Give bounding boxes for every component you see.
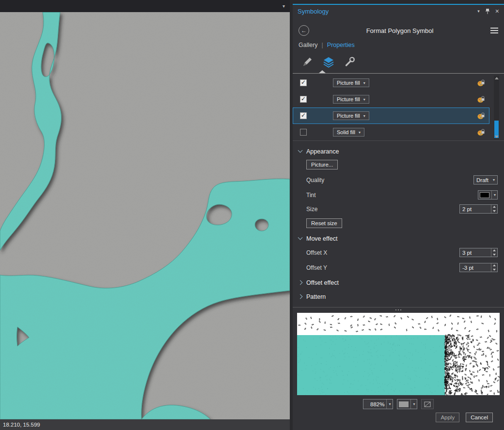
symbol-layer-row[interactable]: Picture fill xyxy=(293,108,489,124)
size-spinner[interactable]: 2 pt xyxy=(459,204,498,214)
chevron-down-icon xyxy=(298,148,303,153)
quality-label: Quality xyxy=(306,177,324,184)
active-tab-caret xyxy=(319,70,326,73)
section-appearance[interactable]: Appearance xyxy=(293,148,504,155)
format-header-row: Format Polygon Symbol xyxy=(293,24,504,37)
tint-color-dropdown[interactable] xyxy=(478,190,498,200)
structure-tab-icon[interactable] xyxy=(342,54,358,70)
symbol-layer-row[interactable]: Picture fill xyxy=(293,75,489,91)
reset-size-button[interactable]: Reset size xyxy=(306,218,342,228)
symbol-layer-row[interactable]: Picture fill xyxy=(293,91,489,108)
color-lock-icon[interactable] xyxy=(477,112,485,120)
offset-x-row: Offset X 3 pt xyxy=(293,248,504,257)
preview-color-arrow-icon[interactable] xyxy=(410,399,415,409)
color-lock-icon[interactable] xyxy=(477,79,485,87)
symbol-preview xyxy=(297,313,500,395)
panel-options-chevron-icon[interactable] xyxy=(477,9,480,14)
preview-controls: 882% xyxy=(293,399,504,409)
offset-x-increment-button[interactable] xyxy=(491,248,497,253)
tint-row: Tint xyxy=(293,190,504,200)
fill-type-dropdown[interactable]: Picture fill xyxy=(333,111,369,120)
map-canvas[interactable] xyxy=(0,12,290,419)
format-title: Format Polygon Symbol xyxy=(309,27,490,34)
layers-tab-icon[interactable] xyxy=(321,54,336,70)
offset-y-value[interactable]: -3 pt xyxy=(460,263,491,272)
tint-dropdown-arrow-icon[interactable] xyxy=(491,191,496,199)
panel-title: Symbology xyxy=(298,8,329,15)
apply-button[interactable]: Apply xyxy=(436,413,459,422)
section-move-effect[interactable]: Move effect xyxy=(293,235,504,242)
panel-footer: Apply Cancel xyxy=(293,413,504,422)
layer-visibility-checkbox[interactable] xyxy=(300,112,307,119)
size-decrement-button[interactable] xyxy=(491,209,497,214)
tab-separator: | xyxy=(322,42,323,48)
offset-x-spinner[interactable]: 3 pt xyxy=(459,248,498,257)
quality-row: Quality Draft xyxy=(293,175,504,184)
map-titlebar xyxy=(0,0,290,12)
size-increment-button[interactable] xyxy=(491,205,497,209)
slashed-square-icon xyxy=(424,401,431,407)
tab-gallery[interactable]: Gallery xyxy=(299,42,318,48)
fill-type-dropdown[interactable]: Picture fill xyxy=(333,78,369,87)
zoom-value[interactable]: 882% xyxy=(363,399,386,409)
size-value[interactable]: 2 pt xyxy=(460,205,491,213)
color-lock-icon[interactable] xyxy=(477,95,485,103)
section-pattern[interactable]: Pattern xyxy=(293,293,504,300)
reset-size-row: Reset size xyxy=(293,218,504,228)
layer-visibility-checkbox[interactable] xyxy=(300,96,307,103)
offset-y-increment-button[interactable] xyxy=(491,263,497,268)
wrench-icon xyxy=(344,56,356,68)
map-view-pane: 18.210, 15.599 xyxy=(0,0,290,430)
cancel-button[interactable]: Cancel xyxy=(466,413,493,422)
section-offset-effect[interactable]: Offset effect xyxy=(293,279,504,286)
map-texture-overlay xyxy=(0,12,290,419)
tab-properties[interactable]: Properties xyxy=(327,42,355,48)
offset-x-value[interactable]: 3 pt xyxy=(460,248,491,257)
picture-button[interactable]: Picture... xyxy=(306,160,338,169)
close-icon[interactable] xyxy=(495,8,499,15)
zoom-dropdown[interactable]: 882% xyxy=(363,399,393,409)
symbol-toolbar xyxy=(293,54,504,74)
back-button[interactable] xyxy=(299,25,309,36)
chevron-right-icon xyxy=(298,280,303,285)
layer-visibility-checkbox[interactable] xyxy=(300,129,307,136)
map-menu-chevron-icon[interactable] xyxy=(283,4,285,9)
scroll-up-arrow[interactable] xyxy=(494,76,499,81)
splitter-handle-icon[interactable] xyxy=(395,309,401,310)
layers-icon xyxy=(322,56,335,68)
quality-value: Draft xyxy=(476,177,488,183)
preview-color-swatch xyxy=(399,401,409,407)
layer-visibility-checkbox[interactable] xyxy=(300,79,307,86)
tint-label: Tint xyxy=(306,192,316,199)
fill-type-dropdown[interactable]: Solid fill xyxy=(333,128,364,137)
symbol-tab-icon[interactable] xyxy=(299,54,315,70)
arcgis-window: 18.210, 15.599 Symbology Format Polygon … xyxy=(0,0,504,430)
section-pattern-label: Pattern xyxy=(306,293,326,300)
color-lock-icon[interactable] xyxy=(477,128,485,136)
pin-icon[interactable] xyxy=(485,8,490,15)
section-offset-effect-label: Offset effect xyxy=(306,279,339,286)
chevron-right-icon xyxy=(298,294,303,299)
section-appearance-label: Appearance xyxy=(306,148,339,155)
offset-y-spinner[interactable]: -3 pt xyxy=(459,263,498,272)
menu-icon[interactable] xyxy=(490,28,498,29)
offset-x-decrement-button[interactable] xyxy=(491,253,497,257)
scroll-down-arrow[interactable] xyxy=(494,134,499,139)
offset-y-decrement-button[interactable] xyxy=(491,268,497,272)
quality-dropdown[interactable]: Draft xyxy=(473,175,498,184)
layers-scrollbar[interactable] xyxy=(494,76,499,139)
preview-color-dropdown[interactable] xyxy=(397,399,417,409)
offset-y-row: Offset Y -3 pt xyxy=(293,263,504,272)
preview-splitter[interactable] xyxy=(293,307,504,313)
fill-type-dropdown[interactable]: Picture fill xyxy=(333,95,369,104)
tint-swatch xyxy=(480,192,489,198)
map-polygons xyxy=(0,12,290,419)
size-label: Size xyxy=(306,206,317,213)
symbol-layer-row[interactable]: Solid fill xyxy=(293,124,489,140)
map-statusbar: 18.210, 15.599 xyxy=(0,419,290,430)
map-coordinates: 18.210, 15.599 xyxy=(3,422,40,428)
offset-x-label: Offset X xyxy=(306,249,327,256)
zoom-dropdown-arrow-icon[interactable] xyxy=(387,399,393,409)
preview-toggle-button[interactable] xyxy=(421,399,434,409)
chevron-down-icon xyxy=(298,235,303,240)
